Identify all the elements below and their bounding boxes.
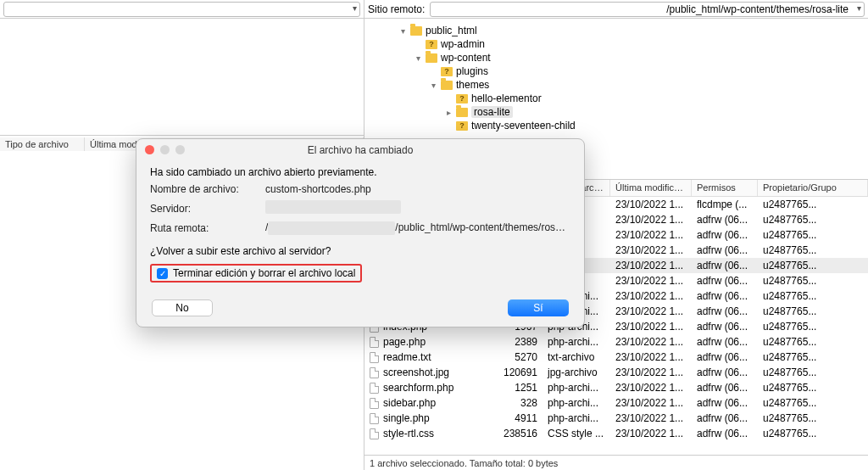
cell-owner: u2487765... <box>758 228 868 242</box>
cell-owner: u2487765... <box>758 289 868 303</box>
chevron-down-icon[interactable]: ▾ <box>414 53 422 63</box>
cell-date: 23/10/2022 1... <box>610 259 692 272</box>
col-type[interactable]: Tipo de archivo <box>0 137 85 151</box>
tree-node-label: public_html <box>426 25 477 36</box>
cell-owner: u2487765... <box>758 259 868 272</box>
tree-node[interactable]: ▸rosa-lite <box>398 105 865 119</box>
unknown-folder-icon: ? <box>426 40 437 49</box>
remote-path-input[interactable] <box>430 2 865 17</box>
cell-type: CSS style ... <box>542 427 610 440</box>
cell-size: 5270 <box>492 350 542 364</box>
col-date[interactable]: Última modificación <box>610 180 692 196</box>
tree-node-label: wp-content <box>441 52 491 64</box>
table-row[interactable]: sidebar.php328php-archi...23/10/2022 1..… <box>364 395 868 411</box>
cell-owner: u2487765... <box>758 274 868 288</box>
no-button[interactable]: No <box>152 299 213 316</box>
table-row[interactable]: page.php2389php-archi...23/10/2022 1...a… <box>364 334 868 350</box>
tree-node[interactable]: ▾public_html <box>398 24 865 37</box>
cell-perm: adfrw (06... <box>692 305 758 318</box>
file-name: style-rtl.css <box>383 428 434 439</box>
file-icon <box>370 352 379 363</box>
cell-type: jpg-archivo <box>542 366 610 379</box>
file-icon <box>370 383 379 394</box>
chevron-right-icon[interactable]: ▸ <box>444 108 453 117</box>
table-row[interactable]: screenshot.jpg120691jpg-archivo23/10/202… <box>364 365 868 380</box>
table-row[interactable]: readme.txt5270txt-archivo23/10/2022 1...… <box>364 350 868 365</box>
cell-date: 23/10/2022 1... <box>610 213 692 227</box>
file-icon <box>370 337 379 348</box>
table-row[interactable]: single.php4911php-archi...23/10/2022 1..… <box>364 411 868 426</box>
folder-icon <box>426 53 437 63</box>
folder-icon <box>441 81 453 90</box>
file-name: single.php <box>383 412 430 424</box>
close-icon[interactable] <box>145 145 154 154</box>
cell-perm: adfrw (06... <box>692 427 758 440</box>
cell-type: txt-archivo <box>542 350 610 364</box>
cell-perm: adfrw (06... <box>692 289 758 303</box>
cell-perm: adfrw (06... <box>692 213 758 227</box>
remote-status-bar: 1 archivo seleccionado. Tamaño total: 0 … <box>364 455 868 470</box>
cell-perm: adfrw (06... <box>692 228 758 242</box>
file-name: sidebar.php <box>383 397 436 409</box>
cell-type: php-archi... <box>542 381 610 394</box>
cell-name: searchform.php <box>364 381 492 394</box>
address-bar-row: ▾ Sitio remoto: ▾ <box>0 0 868 19</box>
tree-node[interactable]: ▾wp-content <box>398 51 865 64</box>
delete-local-checkbox-row[interactable]: ✓ Terminar edición y borrar el archivo l… <box>150 264 362 283</box>
tree-node-label: plugins <box>456 65 488 77</box>
cell-owner: u2487765... <box>758 335 868 349</box>
tree-node-label: rosa-lite <box>471 106 513 118</box>
cell-perm: adfrw (06... <box>692 411 758 425</box>
local-path-input[interactable] <box>3 2 360 17</box>
cell-name: page.php <box>364 335 492 349</box>
cell-date: 23/10/2022 1... <box>610 396 692 410</box>
cell-date: 23/10/2022 1... <box>610 305 692 318</box>
cell-date: 23/10/2022 1... <box>610 198 692 211</box>
cell-date: 23/10/2022 1... <box>610 335 692 349</box>
remote-site-label: Sitio remoto: <box>368 3 426 15</box>
table-row[interactable]: style-rtl.css238516CSS style ...23/10/20… <box>364 426 868 441</box>
tree-node-label: wp-admin <box>441 38 485 50</box>
cell-type: php-archi... <box>542 335 610 349</box>
table-row[interactable]: searchform.php1251php-archi...23/10/2022… <box>364 380 868 395</box>
checkbox-checked-icon[interactable]: ✓ <box>157 268 168 279</box>
cell-name: readme.txt <box>364 350 492 364</box>
tree-node[interactable]: ▾themes <box>398 78 865 92</box>
cell-owner: u2487765... <box>758 366 868 379</box>
col-perm[interactable]: Permisos <box>692 180 758 196</box>
col-owner[interactable]: Propietario/Grupo <box>758 180 868 196</box>
unknown-folder-icon: ? <box>456 121 468 131</box>
cell-perm: adfrw (06... <box>692 274 758 288</box>
file-name-value: custom-shortcodes.php <box>265 183 570 195</box>
folder-icon <box>410 26 422 36</box>
cell-size: 238516 <box>492 427 542 440</box>
local-address-bar: ▾ <box>0 0 364 18</box>
cell-owner: u2487765... <box>758 305 868 318</box>
cell-perm: adfrw (06... <box>692 335 758 349</box>
file-icon <box>370 428 379 439</box>
cell-date: 23/10/2022 1... <box>610 411 692 425</box>
cell-perm: adfrw (06... <box>692 381 758 394</box>
local-tree-panel[interactable] <box>0 19 364 136</box>
tree-node[interactable]: ?twenty-seventeen-child <box>398 119 865 132</box>
cell-perm: adfrw (06... <box>692 259 758 272</box>
file-icon <box>370 398 379 409</box>
cell-perm: adfrw (06... <box>692 243 758 257</box>
tree-node[interactable]: ?hello-elementor <box>398 92 865 105</box>
chevron-down-icon[interactable]: ▾ <box>398 26 407 36</box>
cell-owner: u2487765... <box>758 427 868 440</box>
upload-question: ¿Volver a subir este archivo al servidor… <box>150 245 570 257</box>
cell-perm: flcdmpe (... <box>692 198 758 211</box>
tree-node[interactable]: ?wp-admin <box>398 37 865 51</box>
cell-owner: u2487765... <box>758 198 868 211</box>
chevron-down-icon[interactable]: ▾ <box>429 81 437 90</box>
tree-node[interactable]: ?plugins <box>398 64 865 78</box>
cell-perm: adfrw (06... <box>692 396 758 410</box>
cell-owner: u2487765... <box>758 213 868 227</box>
cell-date: 23/10/2022 1... <box>610 381 692 394</box>
file-name: readme.txt <box>383 351 431 363</box>
unknown-folder-icon: ? <box>441 67 453 76</box>
yes-button[interactable]: Sí <box>508 299 569 316</box>
cell-owner: u2487765... <box>758 396 868 410</box>
cell-name: single.php <box>364 411 492 425</box>
